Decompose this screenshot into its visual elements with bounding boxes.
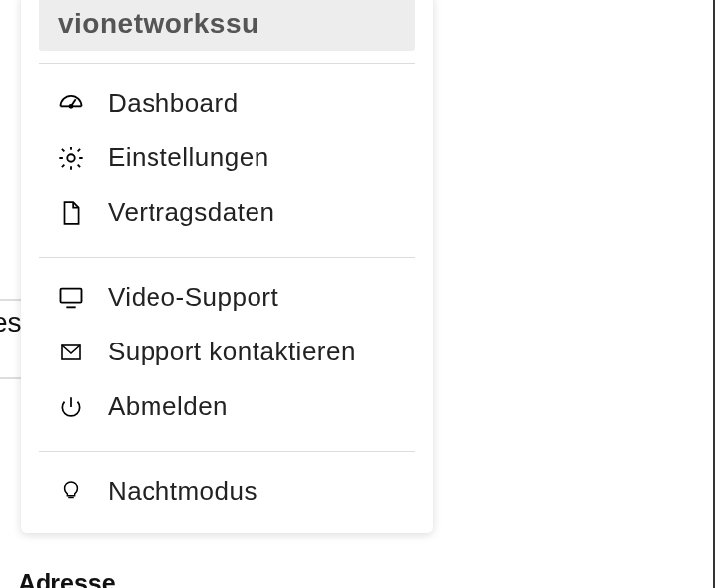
menu-group: Dashboard Einstellungen Vertragsdaten [21, 70, 433, 245]
user-menu-panel: vionetworkssu Dashboard Einstell [21, 0, 433, 533]
power-icon [56, 392, 86, 422]
menu-label: Einstellungen [108, 143, 269, 173]
document-icon [56, 198, 86, 228]
background-divider [0, 377, 22, 379]
menu-item-dashboard[interactable]: Dashboard [21, 76, 433, 131]
menu-group: Nachtmodus [21, 458, 433, 525]
user-name-box[interactable]: vionetworkssu [39, 0, 415, 51]
svg-rect-4 [61, 288, 82, 302]
monitor-icon [56, 283, 86, 313]
svg-point-3 [67, 154, 74, 161]
menu-label: Support kontaktieren [108, 337, 356, 367]
menu-label: Vertragsdaten [108, 197, 274, 228]
menu-item-logout[interactable]: Abmelden [21, 379, 433, 434]
menu-item-video-support[interactable]: Video-Support [21, 270, 433, 325]
menu-item-contact-support[interactable]: Support kontaktieren [21, 325, 433, 379]
menu-label: Dashboard [108, 88, 239, 119]
menu-label: Nachtmodus [108, 476, 258, 507]
scrollbar-edge[interactable] [713, 0, 721, 588]
menu-divider [39, 63, 415, 64]
mail-icon [56, 338, 86, 367]
menu-label: Abmelden [108, 391, 228, 422]
menu-item-settings[interactable]: Einstellungen [21, 131, 433, 185]
menu-item-night-mode[interactable]: Nachtmodus [21, 464, 433, 519]
background-divider [0, 299, 22, 301]
gear-icon [56, 144, 86, 173]
background-heading-fragment: Adresse [18, 569, 116, 588]
menu-group: Video-Support Support kontaktieren Abmel… [21, 264, 433, 440]
menu-item-contract[interactable]: Vertragsdaten [21, 185, 433, 240]
menu-label: Video-Support [108, 282, 278, 313]
dashboard-icon [56, 89, 86, 119]
menu-divider [39, 257, 415, 258]
background-text-fragment: es [0, 307, 22, 339]
lightbulb-icon [56, 477, 86, 507]
user-name-text: vionetworkssu [58, 8, 259, 39]
svg-point-2 [69, 104, 72, 107]
menu-divider [39, 451, 415, 452]
